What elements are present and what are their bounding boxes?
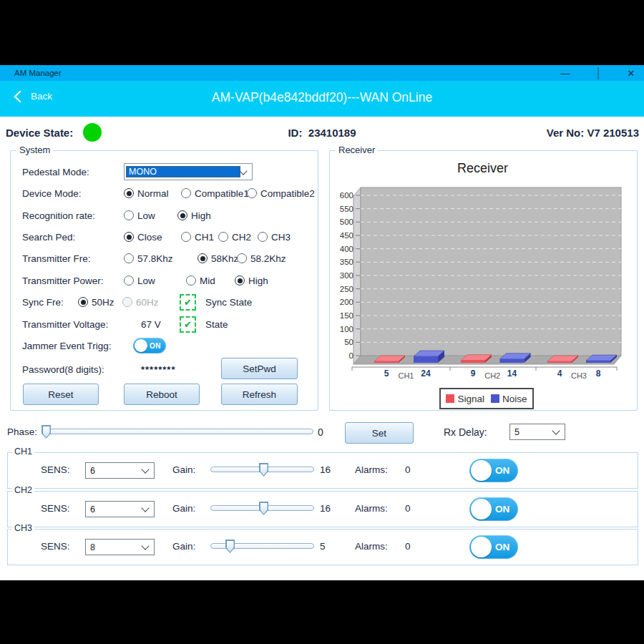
phase-slider-thumb[interactable] [42,425,51,439]
state-checkbox[interactable]: ✔ [180,316,196,333]
reboot-button[interactable]: Reboot [124,384,200,405]
ch2-alarms-value: 0 [405,503,411,514]
rx-delay-label: Rx Delay: [444,426,487,438]
ch2-group-label: CH2 [12,485,34,495]
ch2-sens-select[interactable]: 6 [85,501,155,517]
set-button[interactable]: Set [345,422,414,444]
radio-label: Normal [137,188,169,199]
ch3-sens-select[interactable]: 8 [85,539,155,555]
toggle-knob [471,499,492,519]
ch3-toggle[interactable]: ON [469,535,518,559]
radio-label: 58.2Khz [250,253,286,264]
device-id: ID: 23410189 [215,127,429,139]
setpwd-button[interactable]: SetPwd [221,358,298,379]
radio-option-mid[interactable]: Mid [186,275,235,286]
reset-button[interactable]: Reset [23,384,99,405]
radio-label: Compatible2 [260,188,315,199]
svg-text:600: 600 [340,191,353,200]
chart-title: Receiver [329,161,636,176]
window-controls: — ✕ [560,65,637,81]
svg-text:450: 450 [340,231,353,240]
svg-text:250: 250 [340,285,353,293]
legend-item-signal: Signal [446,394,484,404]
receiver-group-label: Receiver [336,145,378,155]
svg-text:550: 550 [340,205,353,213]
radio-label: High [248,275,268,286]
radio-option-ch1[interactable]: CH1 [181,232,218,243]
ch3-alarms-value: 0 [405,541,411,552]
ch2-gain-slider-thumb[interactable] [259,502,268,515]
gain-label: Gain: [172,541,195,552]
device-mode-label: Device Mode: [22,188,124,199]
radio-option-50hz[interactable]: 50Hz [78,297,122,308]
ch3-group-label: CH3 [12,523,34,533]
jammer-row: Jammer Event Trigg: ON [22,337,313,354]
radio-option-low[interactable]: Low [124,210,177,221]
toggle-state-label: ON [495,504,509,514]
radio-option-57-8khz[interactable]: 57.8Khz [124,253,197,264]
radio-option-60hz: 60Hz [122,297,159,308]
ch3-gain-slider-thumb[interactable] [225,540,235,553]
radio-option-high[interactable]: High [177,210,211,221]
ch1-gain-slider-thumb[interactable] [259,463,268,477]
search-ped-label: Search Ped: [22,232,124,243]
radio-option-close[interactable]: Close [124,232,181,243]
sync-fre-radiogroup: 50Hz60Hz [78,297,159,308]
ch2-toggle[interactable]: ON [469,497,518,521]
radio-label: 60Hz [136,297,159,308]
ch2-groupbox: CH2 SENS: 6 Gain: 16 Alarms: 0 ON [7,491,638,527]
maximize-button[interactable] [592,68,604,79]
window-title: AM Manager [14,69,62,77]
pedestal-mode-select[interactable]: MONO [124,163,253,180]
search-ped-row: Search Ped: CloseCH1CH2CH3 [22,228,313,245]
transmitter-fre-radiogroup: 57.8Khz58Khz58.2Khz [124,253,286,264]
radio-icon [78,297,88,307]
recognition-rate-row: Recognition rate: LowHigh [22,207,313,224]
sens-label: SENS: [41,541,70,552]
radio-option-low[interactable]: Low [124,275,186,286]
radio-icon [124,253,134,263]
sens-label: SENS: [41,503,70,514]
radio-option-58khz[interactable]: 58Khz [197,253,237,264]
svg-text:0: 0 [349,351,353,360]
toggle-state-label: ON [495,465,509,476]
app-window: AM Manager — ✕ Back AM-VAP(b4e842bddf20)… [0,0,644,644]
ch1-sens-select[interactable]: 6 [85,462,155,479]
radio-option-high[interactable]: High [235,275,268,286]
chevron-down-icon [239,167,247,175]
transmitter-voltage-row: Transmitter Voltage: 67 V ✔ State [22,316,313,333]
phase-row: Phase: 0 Set Rx Delay: 5 [0,421,644,447]
id-label: ID: [288,127,302,139]
ch1-toggle[interactable]: ON [469,459,518,482]
sync-state-checkbox[interactable]: ✔ [180,294,196,311]
ch3-sens-value: 8 [86,542,142,553]
phase-slider-track[interactable] [42,429,313,434]
refresh-button[interactable]: Refresh [221,384,298,405]
radio-option-normal[interactable]: Normal [124,188,181,199]
ch2-gain-value: 16 [320,503,331,514]
maximize-icon [597,67,599,79]
jammer-toggle[interactable]: ON [133,338,166,353]
legend-swatch [446,394,454,403]
rx-delay-select[interactable]: 5 [509,424,565,440]
radio-icon [186,275,196,286]
radio-option-58-2khz[interactable]: 58.2Khz [237,253,286,264]
recognition-rate-label: Recognition rate: [22,210,124,221]
sens-label: SENS: [41,464,70,475]
pedestal-mode-value: MONO [126,166,240,177]
ch1-groupbox: CH1 SENS: 6 Gain: 16 Alarms: 0 ON [7,452,638,489]
radio-option-compatible2[interactable]: Compatible2 [247,188,315,199]
radio-option-ch2[interactable]: CH2 [218,232,258,243]
legend-label: Noise [502,394,527,404]
minimize-button[interactable]: — [560,68,571,79]
alarms-label: Alarms: [355,464,388,475]
toggle-state-label: ON [150,342,161,350]
radio-label: 57.8Khz [137,253,173,264]
radio-option-ch3[interactable]: CH3 [258,232,291,243]
chevron-down-icon [552,426,560,434]
close-button[interactable]: ✕ [625,68,637,79]
radio-icon [124,232,134,242]
radio-label: Compatible1 [195,188,249,199]
app-header: Back AM-VAP(b4e842bddf20)---WAN OnLine [0,81,644,117]
radio-option-compatible1[interactable]: Compatible1 [181,188,247,199]
